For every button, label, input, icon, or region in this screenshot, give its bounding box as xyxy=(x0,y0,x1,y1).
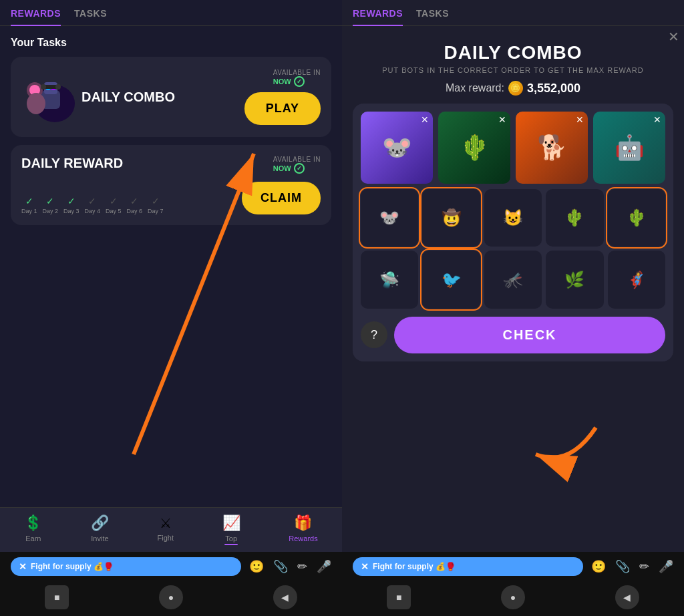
bottom-nav-left: 💲 Earn 🔗 Invite ⚔ Fight 📈 Top 🎁 Rewards xyxy=(0,507,342,552)
bot-3-emoji: 😺 xyxy=(503,208,523,227)
modal-subtitle: PUT BOTS IN THE CORRECT ORDER TO GET THE… xyxy=(353,66,673,74)
combo-char-svg xyxy=(21,70,75,124)
bot-5-emoji: 🌵 xyxy=(627,208,647,227)
stop-btn-left[interactable]: ■ xyxy=(45,585,69,609)
home-bar-right: ■ ● ◀ xyxy=(342,581,684,616)
check-button[interactable]: CHECK xyxy=(394,317,665,353)
home-btn-right[interactable]: ● xyxy=(501,585,525,609)
bot-item-9[interactable]: 🌿 xyxy=(546,251,603,308)
edit-icon-left[interactable]: ✏ xyxy=(297,559,307,574)
bot-2-emoji: 🤠 xyxy=(442,208,462,227)
nav-invite[interactable]: 🔗 Invite xyxy=(91,514,109,543)
slot-2-char: 🌵 xyxy=(460,134,490,162)
edit-icon-right[interactable]: ✏ xyxy=(639,559,649,574)
tab-tasks-right[interactable]: TASKS xyxy=(416,8,449,25)
slot-4-close[interactable]: ✕ xyxy=(653,114,661,125)
bot-8-emoji: 🦟 xyxy=(503,271,523,289)
tab-rewards-left[interactable]: REWARDS xyxy=(11,8,61,25)
modal-close-button[interactable]: ✕ xyxy=(663,26,684,47)
day-2: ✓ Day 2 xyxy=(43,196,59,214)
mic-icon-left[interactable]: 🎤 xyxy=(317,559,331,574)
right-tabs: REWARDS TASKS xyxy=(342,0,684,26)
left-tabs: REWARDS TASKS xyxy=(0,0,342,26)
daily-reward-card: DAILY REWARD AVAILABLE IN NOW ✓ ✓ Day 1 xyxy=(11,145,331,225)
home-bar-left: ■ ● ◀ xyxy=(0,581,342,616)
bot-selection-grid: 🐭 🤠 😺 🌵 🌵 🛸 xyxy=(361,189,665,309)
play-button[interactable]: PLAY xyxy=(244,92,321,125)
slot-4-char: 🤖 xyxy=(615,134,645,162)
slot-3[interactable]: ✕ 🐕 xyxy=(516,112,588,184)
day-6: ✓ Day 6 xyxy=(127,196,143,214)
combo-available: AVAILABLE IN NOW ✓ xyxy=(273,69,321,87)
toolbar-left: 🙂 📎 ✏ 🎤 xyxy=(249,559,331,574)
bot-1-emoji: 🐭 xyxy=(379,208,399,227)
slot-1-close[interactable]: ✕ xyxy=(421,114,429,125)
left-content: Your Tasks xyxy=(0,26,342,507)
bottom-actions: ? CHECK xyxy=(361,317,665,353)
tab-tasks-left[interactable]: TASKS xyxy=(74,8,107,25)
section-title: Your Tasks xyxy=(11,37,331,49)
help-button[interactable]: ? xyxy=(361,321,387,348)
attach-icon-right[interactable]: 📎 xyxy=(615,559,630,574)
check-circle-combo: ✓ xyxy=(294,76,305,87)
bot-7-emoji: 🐦 xyxy=(442,271,462,289)
combo-title: DAILY COMBO xyxy=(81,90,175,105)
nav-earn[interactable]: 💲 Earn xyxy=(24,514,42,543)
right-panel: REWARDS TASKS ✕ DAILY COMBO PUT BOTS IN … xyxy=(342,0,684,616)
svg-point-7 xyxy=(27,93,45,114)
daily-combo-card: DAILY COMBO AVAILABLE IN NOW ✓ PLAY xyxy=(11,57,331,137)
tab-rewards-right[interactable]: REWARDS xyxy=(353,8,403,25)
max-reward-row: Max reward: 🪙 3,552,000 xyxy=(353,81,673,96)
slot-1[interactable]: ✕ 🐭 xyxy=(361,112,433,184)
bot-item-6[interactable]: 🛸 xyxy=(361,251,418,308)
bot-item-4[interactable]: 🌵 xyxy=(546,189,603,247)
bot-item-2[interactable]: 🤠 xyxy=(422,189,480,247)
claim-button[interactable]: CLAIM xyxy=(242,182,321,214)
modal-title: DAILY COMBO xyxy=(353,42,673,63)
home-btn-left[interactable]: ● xyxy=(159,585,183,609)
day-3: ✓ Day 3 xyxy=(63,196,79,214)
day-4: ✓ Day 4 xyxy=(85,196,101,214)
check-circle-reward: ✓ xyxy=(294,163,305,174)
bot-item-5[interactable]: 🌵 xyxy=(608,189,665,247)
slot-2-close[interactable]: ✕ xyxy=(498,114,506,125)
nav-fight[interactable]: ⚔ Fight xyxy=(158,515,174,542)
svg-point-9 xyxy=(41,84,46,90)
fight-icon: ⚔ xyxy=(160,515,172,531)
bot-item-10[interactable]: 🦸 xyxy=(608,251,665,308)
bot-9-emoji: 🌿 xyxy=(564,271,584,289)
slot-4[interactable]: ✕ 🤖 xyxy=(593,112,665,184)
invite-icon: 🔗 xyxy=(91,514,109,532)
attach-icon-left[interactable]: 📎 xyxy=(273,559,288,574)
system-bar-right: ✕ Fight for supply 💰🥊 🙂 📎 ✏ 🎤 xyxy=(342,552,684,581)
bot-item-7[interactable]: 🐦 xyxy=(422,251,480,308)
nav-top[interactable]: 📈 Top xyxy=(222,514,240,543)
back-btn-right[interactable]: ◀ xyxy=(615,585,639,609)
chip-close-left[interactable]: ✕ xyxy=(19,561,27,572)
day-7: ✓ Day 7 xyxy=(148,196,164,214)
chip-close-right[interactable]: ✕ xyxy=(361,561,369,572)
nav-rewards-active[interactable]: 🎁 Rewards xyxy=(289,514,317,543)
slot-3-char: 🐕 xyxy=(537,134,567,162)
days-row: ✓ Day 1 ✓ Day 2 ✓ Day 3 ✓ xyxy=(21,196,164,214)
svg-point-10 xyxy=(55,84,61,90)
earn-icon: 💲 xyxy=(24,514,42,532)
slot-3-close[interactable]: ✕ xyxy=(576,114,584,125)
bot-grid-container: ✕ 🐭 ✕ 🌵 ✕ 🐕 ✕ 🤖 xyxy=(353,104,673,361)
mic-icon-right[interactable]: 🎤 xyxy=(659,559,673,574)
back-btn-left[interactable]: ◀ xyxy=(273,585,297,609)
slot-2[interactable]: ✕ 🌵 xyxy=(438,112,510,184)
coin-icon: 🪙 xyxy=(508,81,523,96)
bot-item-8[interactable]: 🦟 xyxy=(484,251,542,308)
fight-supply-chip-left[interactable]: ✕ Fight for supply 💰🥊 xyxy=(11,557,241,576)
fight-supply-chip-right[interactable]: ✕ Fight for supply 💰🥊 xyxy=(353,557,583,576)
modal-container: ✕ DAILY COMBO PUT BOTS IN THE CORRECT OR… xyxy=(342,26,684,552)
stop-btn-right[interactable]: ■ xyxy=(387,585,411,609)
top-slots: ✕ 🐭 ✕ 🌵 ✕ 🐕 ✕ 🤖 xyxy=(361,112,665,184)
bot-item-3[interactable]: 😺 xyxy=(484,189,542,247)
left-panel: REWARDS TASKS Your Tasks xyxy=(0,0,342,616)
emoji-icon-left[interactable]: 🙂 xyxy=(249,559,264,574)
emoji-icon-right[interactable]: 🙂 xyxy=(591,559,606,574)
rewards-icon: 🎁 xyxy=(294,514,312,532)
bot-item-1[interactable]: 🐭 xyxy=(361,189,418,247)
